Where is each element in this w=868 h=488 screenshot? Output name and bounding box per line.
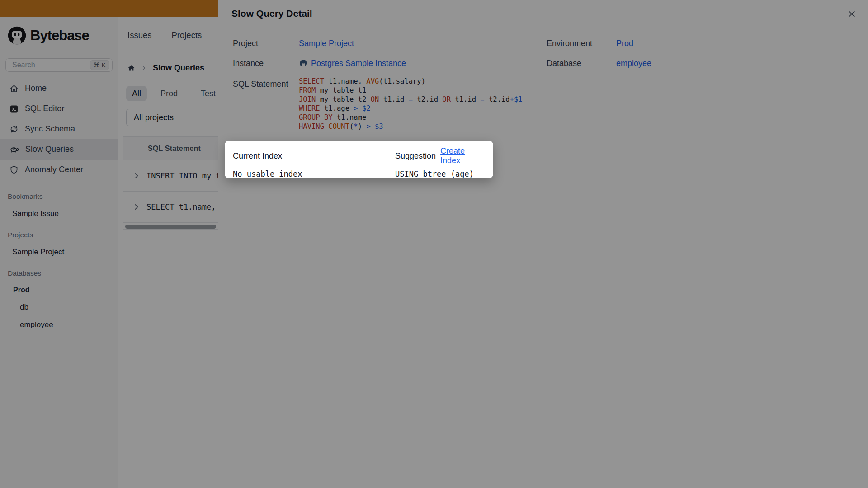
index-suggestion-popover: Current Index Suggestion Create Index No… (225, 141, 493, 178)
dim-overlay (0, 0, 868, 488)
app-root: Bytebase Search ⌘ K Home SQL Editor (0, 0, 868, 488)
suggestion-label: Suggestion (395, 151, 436, 161)
suggestion-header: Suggestion Create Index (395, 146, 485, 165)
suggestion-value: USING btree (age) (395, 169, 485, 178)
create-index-link[interactable]: Create Index (440, 146, 485, 165)
current-index-label: Current Index (233, 146, 395, 165)
current-index-value: No usable index (233, 169, 395, 178)
